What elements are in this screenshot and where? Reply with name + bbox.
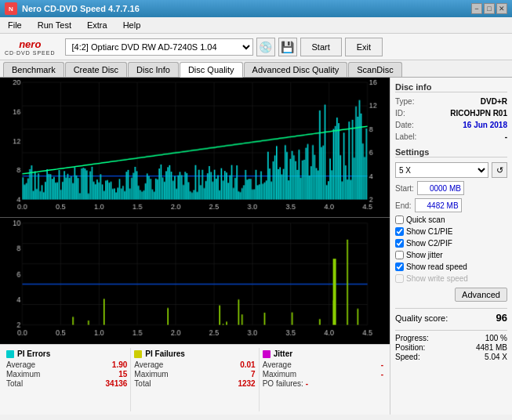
close-window-button[interactable]: ✕ — [496, 3, 507, 14]
quick-scan-label: Quick scan — [406, 215, 445, 224]
jitter-avg-label: Average — [263, 360, 292, 369]
nero-logo-top: nero — [19, 38, 41, 50]
show-write-speed-label: Show write speed — [406, 274, 468, 283]
pi-errors-label: PI Errors — [17, 349, 50, 358]
date-row: Date: 16 Jun 2018 — [395, 121, 507, 129]
label-row: Label: - — [395, 132, 507, 141]
label-value: - — [505, 132, 507, 141]
start-label: Start: — [395, 184, 414, 193]
show-jitter-row: Show jitter — [395, 251, 507, 259]
title-bar-left: N Nero CD-DVD Speed 4.7.7.16 — [5, 2, 140, 15]
show-read-speed-checkbox[interactable] — [395, 262, 404, 271]
pi-errors-average-row: Average 1.90 — [6, 360, 127, 369]
position-value: 4481 MB — [476, 343, 507, 352]
drive-select[interactable]: [4:2] Optiarc DVD RW AD-7240S 1.04 — [65, 38, 253, 56]
toolbar: nero CD·DVD SPEED [4:2] Optiarc DVD RW A… — [0, 34, 512, 60]
top-chart — [0, 78, 390, 218]
pi-errors-stat: PI Errors Average 1.90 Maximum 15 Total … — [3, 348, 131, 411]
type-row: Type: DVD+R — [395, 97, 507, 106]
show-c2-checkbox[interactable] — [395, 239, 404, 248]
show-c2-label: Show C2/PIF — [406, 239, 452, 248]
end-label: End: — [395, 201, 412, 210]
date-label: Date: — [395, 121, 414, 129]
exit-button[interactable]: Exit — [345, 38, 383, 56]
show-c1-checkbox[interactable] — [395, 227, 404, 236]
quick-scan-checkbox[interactable] — [395, 215, 404, 224]
speed-value: 5.04 X — [485, 353, 507, 361]
menu-help[interactable]: Help — [118, 19, 146, 31]
pi-errors-header: PI Errors — [6, 349, 127, 358]
minimize-button[interactable]: − — [471, 3, 482, 14]
quality-score-label: Quality score: — [395, 313, 448, 323]
tab-create-disc[interactable]: Create Disc — [65, 62, 127, 77]
disc-icon-button[interactable]: 💿 — [256, 38, 275, 56]
charts-area: PI Errors Average 1.90 Maximum 15 Total … — [0, 78, 390, 415]
pi-errors-total-value: 34136 — [106, 379, 128, 388]
pi-errors-max-row: Maximum 15 — [6, 370, 127, 378]
tab-benchmark[interactable]: Benchmark — [3, 62, 64, 77]
pi-errors-avg-label: Average — [6, 360, 35, 369]
start-button[interactable]: Start — [300, 38, 342, 56]
progress-value: 100 % — [485, 334, 507, 342]
menu-extra[interactable]: Extra — [82, 19, 112, 31]
jitter-avg-value: - — [381, 360, 383, 369]
pi-failures-total-value: 1232 — [238, 379, 255, 388]
pi-failures-label: PI Failures — [145, 349, 185, 358]
quality-score-value: 96 — [496, 312, 507, 324]
pi-failures-average-row: Average 0.01 — [134, 360, 255, 369]
main-content: PI Errors Average 1.90 Maximum 15 Total … — [0, 78, 512, 415]
jitter-max-row: Maximum - — [263, 370, 383, 378]
id-row: ID: RICOHJPN R01 — [395, 109, 507, 118]
tabs-bar: Benchmark Create Disc Disc Info Disc Qua… — [0, 60, 512, 78]
show-write-speed-checkbox — [395, 274, 404, 283]
tab-advanced-disc-quality[interactable]: Advanced Disc Quality — [244, 62, 348, 77]
menu-file[interactable]: File — [3, 19, 27, 31]
type-value: DVD+R — [481, 97, 507, 106]
jitter-label: Jitter — [274, 349, 292, 358]
start-input[interactable] — [417, 181, 464, 195]
show-c1-label: Show C1/PIE — [406, 227, 452, 236]
progress-section: Progress: 100 % Position: 4481 MB Speed:… — [395, 330, 507, 362]
progress-label: Progress: — [395, 334, 429, 342]
speed-row: 5 X Max 1 X 2 X 4 X 8 X ↺ — [395, 162, 507, 178]
id-label: ID: — [395, 109, 405, 118]
app-icon: N — [5, 2, 17, 15]
save-icon-button[interactable]: 💾 — [278, 38, 297, 56]
stats-bottom: PI Errors Average 1.90 Maximum 15 Total … — [0, 344, 390, 415]
menu-bar: File Run Test Extra Help — [0, 17, 512, 34]
pi-failures-avg-label: Average — [134, 360, 163, 369]
end-input[interactable] — [415, 198, 462, 212]
position-row: Position: 4481 MB — [395, 343, 507, 352]
pi-failures-dot — [134, 350, 142, 358]
pi-failures-header: PI Failures — [134, 349, 255, 358]
tab-scan-disc[interactable]: ScanDisc — [348, 62, 401, 77]
position-label: Position: — [395, 343, 425, 352]
show-read-speed-row: Show read speed — [395, 262, 507, 271]
disc-info-title: Disc info — [395, 82, 507, 92]
pi-failures-max-label: Maximum — [134, 370, 168, 378]
type-label: Type: — [395, 97, 414, 106]
quality-score-row: Quality score: 96 — [395, 308, 507, 324]
pi-failures-avg-value: 0.01 — [240, 360, 255, 369]
right-panel: Disc info Type: DVD+R ID: RICOHJPN R01 D… — [390, 78, 512, 415]
tab-disc-info[interactable]: Disc Info — [128, 62, 179, 77]
date-value: 16 Jun 2018 — [463, 121, 507, 129]
progress-row: Progress: 100 % — [395, 334, 507, 342]
label-label: Label: — [395, 132, 416, 141]
id-value: RICOHJPN R01 — [450, 109, 507, 118]
refresh-button[interactable]: ↺ — [492, 162, 507, 178]
nero-logo-bottom: CD·DVD SPEED — [5, 50, 56, 56]
speed-select[interactable]: 5 X Max 1 X 2 X 4 X 8 X — [395, 162, 488, 178]
show-jitter-checkbox[interactable] — [395, 251, 404, 259]
po-failures-value: - — [306, 379, 308, 388]
show-write-speed-row: Show write speed — [395, 274, 507, 283]
maximize-button[interactable]: □ — [484, 3, 495, 14]
tab-disc-quality[interactable]: Disc Quality — [180, 62, 243, 78]
show-jitter-label: Show jitter — [406, 251, 443, 259]
menu-run-test[interactable]: Run Test — [33, 19, 76, 31]
pi-errors-total-label: Total — [6, 379, 23, 388]
start-row: Start: — [395, 181, 507, 195]
show-c2-row: Show C2/PIF — [395, 239, 507, 248]
nero-logo: nero CD·DVD SPEED — [5, 38, 56, 56]
advanced-button[interactable]: Advanced — [455, 288, 507, 302]
